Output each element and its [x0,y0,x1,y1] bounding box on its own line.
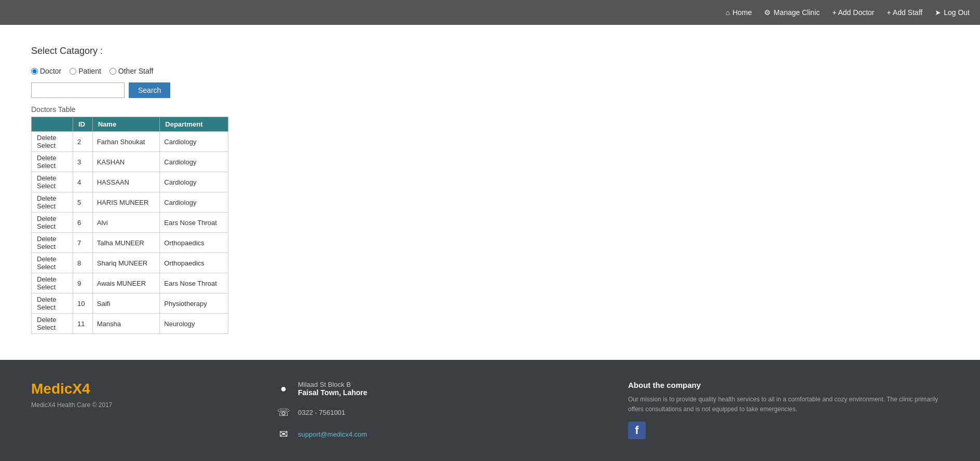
select-button[interactable]: Select [36,142,57,149]
row-id: 6 [73,213,93,233]
navbar: ⌂ Home ⚙ Manage Clinic + Add Doctor + Ad… [0,0,980,25]
nav-manage-clinic[interactable]: ⚙ Manage Clinic [764,8,820,17]
row-id: 10 [73,294,93,314]
col-id: ID [73,117,93,132]
row-name: Alvi [92,213,160,233]
table-row: Delete Select 4 HASSAAN Cardiology [32,172,228,192]
select-button[interactable]: Select [36,324,57,331]
row-name: KASHAN [92,152,160,172]
row-id: 4 [73,172,93,192]
col-actions [32,117,73,132]
nav-add-staff[interactable]: + Add Staff [887,8,923,17]
search-row: Search [31,82,949,98]
row-actions: Delete Select [32,314,73,334]
search-button[interactable]: Search [129,82,170,98]
row-department: Ears Nose Throat [160,273,228,294]
row-department: Cardiology [160,132,228,152]
delete-button[interactable]: Delete [36,235,58,243]
facebook-icon[interactable]: f [628,422,646,439]
address-line1: Milaad St Block B [298,381,351,388]
brand-main: MedicX [31,381,82,397]
category-staff-label[interactable]: Other Staff [110,67,153,75]
search-input[interactable] [31,82,125,98]
row-actions: Delete Select [32,233,73,253]
delete-button[interactable]: Delete [36,194,58,202]
footer-about-title: About the company [628,381,949,389]
row-department: Neurology [160,314,228,334]
select-button[interactable]: Select [36,182,57,190]
footer-copyright: MedicX4 Health Care © 2017 [31,401,245,409]
row-department: Ears Nose Throat [160,213,228,233]
select-button[interactable]: Select [36,202,57,210]
select-button[interactable]: Select [36,283,57,291]
col-name: Name [92,117,160,132]
table-row: Delete Select 3 KASHAN Cardiology [32,152,228,172]
table-row: Delete Select 10 Saifi Physiotherapy [32,294,228,314]
contact-email-link[interactable]: support@medicx4.com [298,430,367,438]
delete-button[interactable]: Delete [36,134,58,142]
contact-email-row: ✉ support@medicx4.com [276,428,597,440]
nav-home-label: Home [732,8,752,17]
nav-manage-clinic-label: Manage Clinic [773,8,820,17]
location-icon: ● [276,383,291,395]
row-name: HARIS MUNEER [92,192,160,213]
delete-button[interactable]: Delete [36,154,58,162]
row-actions: Delete Select [32,192,73,213]
nav-add-doctor-label: + Add Doctor [832,8,874,17]
brand-accent: 4 [82,381,90,397]
address-line2: Faisal Town, Lahore [298,388,367,397]
row-name: Mansha [92,314,160,334]
nav-add-doctor[interactable]: + Add Doctor [832,8,874,17]
select-button[interactable]: Select [36,263,57,271]
row-id: 2 [73,132,93,152]
section-title: Select Catagory : [31,46,949,57]
category-patient-radio[interactable] [70,68,76,75]
row-name: Farhan Shoukat [92,132,160,152]
phone-icon: ☏ [276,406,291,418]
contact-phone: 0322 - 7561001 [298,409,345,416]
delete-button[interactable]: Delete [36,275,58,283]
category-patient-text: Patient [78,67,101,75]
table-row: Delete Select 7 Talha MUNEER Orthopaedic… [32,233,228,253]
col-department: Department [160,117,228,132]
row-department: Cardiology [160,152,228,172]
category-staff-radio[interactable] [110,68,116,75]
row-department: Orthopaedics [160,233,228,253]
nav-home[interactable]: ⌂ Home [726,8,752,17]
row-actions: Delete Select [32,152,73,172]
nav-logout[interactable]: ➤ Log Out [935,8,970,17]
row-actions: Delete Select [32,273,73,294]
row-name: Shariq MUNEER [92,253,160,273]
select-button[interactable]: Select [36,162,57,170]
row-department: Cardiology [160,172,228,192]
footer-brand: MedicX4 MedicX4 Health Care © 2017 [31,381,245,409]
logout-icon: ➤ [935,8,941,17]
home-icon: ⌂ [726,8,730,17]
footer-about: About the company Our mission is to prov… [628,381,949,439]
row-actions: Delete Select [32,294,73,314]
select-button[interactable]: Select [36,222,57,230]
delete-button[interactable]: Delete [36,255,58,263]
row-department: Orthopaedics [160,253,228,273]
row-id: 5 [73,192,93,213]
contact-address: Milaad St Block B Faisal Town, Lahore [298,381,367,397]
delete-button[interactable]: Delete [36,316,58,324]
delete-button[interactable]: Delete [36,215,58,222]
row-name: Talha MUNEER [92,233,160,253]
category-staff-text: Other Staff [118,67,153,75]
delete-button[interactable]: Delete [36,174,58,182]
main-content: Select Catagory : Doctor Patient Other S… [0,25,980,360]
row-id: 7 [73,233,93,253]
table-row: Delete Select 5 HARIS MUNEER Cardiology [32,192,228,213]
select-button[interactable]: Select [36,243,57,250]
category-doctor-label[interactable]: Doctor [31,67,61,75]
footer-contact: ● Milaad St Block B Faisal Town, Lahore … [276,381,597,440]
nav-add-staff-label: + Add Staff [887,8,923,17]
row-id: 8 [73,253,93,273]
table-row: Delete Select 8 Shariq MUNEER Orthopaedi… [32,253,228,273]
category-doctor-radio[interactable] [31,68,38,75]
select-button[interactable]: Select [36,303,57,311]
category-patient-label[interactable]: Patient [70,67,101,75]
doctors-table: ID Name Department Delete Select 2 Farha… [31,117,228,334]
delete-button[interactable]: Delete [36,296,58,303]
